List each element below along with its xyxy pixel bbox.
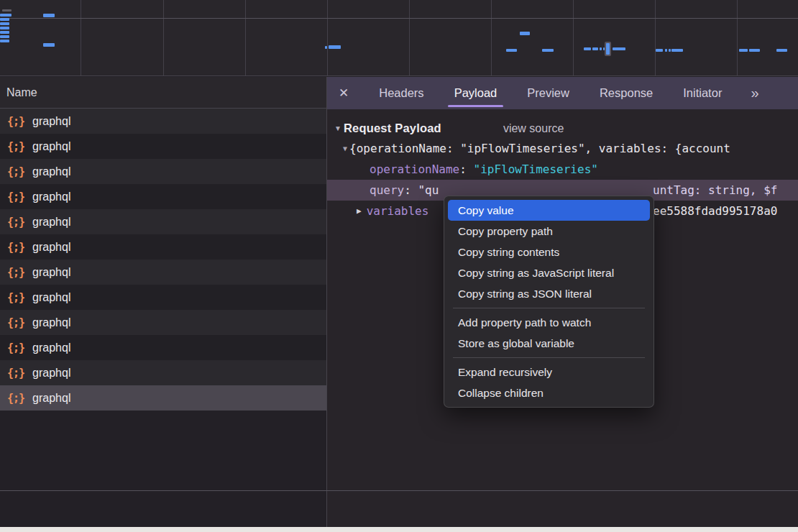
network-request-row[interactable]: {;}graphql bbox=[0, 335, 326, 360]
menu-item-copy-property-path[interactable]: Copy property path bbox=[448, 221, 650, 242]
network-overview-timeline[interactable] bbox=[0, 0, 798, 76]
request-name-label: graphql bbox=[32, 392, 70, 405]
request-timing-bar bbox=[0, 14, 12, 17]
timeline-marker-bar bbox=[606, 43, 610, 55]
request-timing-bar bbox=[325, 46, 327, 49]
menu-item-store-as-global-variable[interactable]: Store as global variable bbox=[448, 333, 650, 354]
json-braces-icon: {;} bbox=[7, 216, 24, 229]
json-braces-icon: {;} bbox=[7, 316, 24, 329]
request-name-label: graphql bbox=[32, 316, 70, 329]
network-request-row[interactable]: {;}graphql bbox=[0, 159, 326, 184]
payload-root-row[interactable]: ▼ {operationName: "ipFlowTimeseries", va… bbox=[327, 138, 798, 159]
network-request-row[interactable]: {;}graphql bbox=[0, 260, 326, 285]
network-request-row[interactable]: {;}graphql bbox=[0, 209, 326, 234]
json-braces-icon: {;} bbox=[7, 367, 24, 380]
request-timing-bar bbox=[669, 49, 671, 52]
expand-triangle-icon[interactable]: ▶ bbox=[357, 206, 362, 216]
network-request-row[interactable]: {;}graphql bbox=[0, 184, 326, 209]
property-value-end: ee5588fdad995178a0 bbox=[653, 201, 777, 221]
request-timing-bar bbox=[665, 49, 667, 52]
network-request-row[interactable]: {;}graphql bbox=[0, 360, 326, 385]
request-timing-bar bbox=[542, 49, 554, 52]
request-name-label: graphql bbox=[32, 341, 70, 354]
timeline-gridline bbox=[655, 0, 656, 75]
section-title: Request Payload bbox=[344, 121, 441, 135]
request-timing-bar bbox=[656, 49, 663, 52]
tab-preview[interactable]: Preview bbox=[526, 77, 571, 109]
timeline-hairline bbox=[0, 18, 798, 19]
network-request-row[interactable]: {;}graphql bbox=[0, 310, 326, 335]
timeline-gridline bbox=[573, 0, 574, 75]
tab-response[interactable]: Response bbox=[598, 77, 654, 109]
request-name-label: graphql bbox=[32, 367, 70, 380]
request-name-label: graphql bbox=[32, 191, 70, 203]
menu-item-copy-value[interactable]: Copy value bbox=[448, 200, 650, 221]
view-source-link[interactable]: view source bbox=[503, 122, 564, 135]
menu-item-copy-string-as-json-literal[interactable]: Copy string as JSON literal bbox=[448, 283, 650, 304]
menu-item-add-property-path-to-watch[interactable]: Add property path to watch bbox=[448, 312, 650, 333]
request-name-label: graphql bbox=[32, 241, 70, 254]
request-name-label: graphql bbox=[32, 115, 70, 128]
request-timing-bar bbox=[0, 18, 9, 21]
timeline-gridline bbox=[327, 0, 328, 75]
json-braces-icon: {;} bbox=[7, 341, 24, 354]
request-timing-bar bbox=[749, 49, 760, 52]
request-timing-bar bbox=[584, 47, 591, 50]
network-request-row[interactable]: {;}graphql bbox=[0, 285, 326, 310]
menu-item-expand-recursively[interactable]: Expand recursively bbox=[448, 362, 650, 382]
close-icon[interactable]: ✕ bbox=[339, 86, 349, 101]
request-timing-bar bbox=[506, 49, 517, 52]
name-column-header[interactable]: Name bbox=[0, 77, 326, 109]
property-value-start: "qu bbox=[418, 183, 439, 197]
menu-item-copy-string-as-javascript-literal[interactable]: Copy string as JavaScript literal bbox=[448, 262, 650, 283]
request-timing-bar bbox=[613, 47, 625, 50]
payload-row-operation-name[interactable]: operationName: "ipFlowTimeseries" bbox=[327, 159, 798, 180]
network-request-row[interactable]: {;}graphql bbox=[0, 385, 326, 411]
detail-tab-bar: ✕ HeadersPayloadPreviewResponseInitiator… bbox=[327, 77, 798, 109]
network-request-row[interactable]: {;}graphql bbox=[0, 134, 326, 159]
tab-headers[interactable]: Headers bbox=[377, 77, 425, 109]
timeline-gridline bbox=[163, 0, 164, 75]
json-braces-icon: {;} bbox=[7, 165, 24, 178]
context-menu: Copy valueCopy property pathCopy string … bbox=[444, 196, 654, 408]
menu-separator bbox=[453, 308, 645, 308]
network-request-list-panel: Name {;}graphql{;}graphql{;}graphql{;}gr… bbox=[0, 77, 326, 527]
timeline-gridline bbox=[737, 0, 738, 75]
network-request-row[interactable]: {;}graphql bbox=[0, 109, 326, 134]
request-timing-bar bbox=[0, 27, 9, 29]
request-name-label: graphql bbox=[32, 165, 70, 178]
tabs: HeadersPayloadPreviewResponseInitiator bbox=[377, 77, 723, 109]
request-timing-bar bbox=[0, 22, 9, 25]
request-name-label: graphql bbox=[32, 291, 70, 304]
menu-item-copy-string-contents[interactable]: Copy string contents bbox=[448, 242, 650, 262]
json-braces-icon: {;} bbox=[7, 266, 24, 279]
more-tabs-icon[interactable]: » bbox=[751, 85, 758, 101]
json-braces-icon: {;} bbox=[7, 392, 24, 405]
collapse-triangle-icon[interactable]: ▼ bbox=[334, 124, 341, 132]
menu-item-collapse-children[interactable]: Collapse children bbox=[448, 382, 650, 403]
request-timing-bar bbox=[776, 49, 787, 52]
tab-initiator[interactable]: Initiator bbox=[682, 77, 723, 109]
colon: : bbox=[459, 162, 473, 176]
collapse-triangle-icon[interactable]: ▼ bbox=[343, 145, 347, 152]
request-timing-bar bbox=[329, 45, 341, 49]
request-timing-bar bbox=[0, 35, 9, 38]
request-timing-bar bbox=[43, 43, 55, 47]
request-timing-bar bbox=[43, 14, 55, 17]
root-preview-text: {operationName: "ipFlowTimeseries", vari… bbox=[349, 142, 730, 155]
tab-payload[interactable]: Payload bbox=[453, 77, 499, 109]
page-bottom-edge bbox=[0, 527, 798, 532]
request-list: {;}graphql{;}graphql{;}graphql{;}graphql… bbox=[0, 109, 326, 411]
request-name-label: graphql bbox=[32, 140, 70, 153]
footer-divider bbox=[0, 490, 798, 491]
timeline-gridline bbox=[491, 0, 492, 75]
property-key: variables bbox=[367, 204, 429, 218]
request-timing-bar bbox=[600, 47, 602, 50]
colon: : bbox=[404, 183, 418, 197]
menu-separator bbox=[453, 357, 645, 358]
request-timing-bar bbox=[739, 49, 748, 52]
request-timing-bar bbox=[2, 9, 12, 12]
network-request-row[interactable]: {;}graphql bbox=[0, 234, 326, 260]
request-payload-section-header[interactable]: ▼ Request Payload view source bbox=[327, 119, 798, 138]
request-timing-bar bbox=[592, 47, 598, 50]
